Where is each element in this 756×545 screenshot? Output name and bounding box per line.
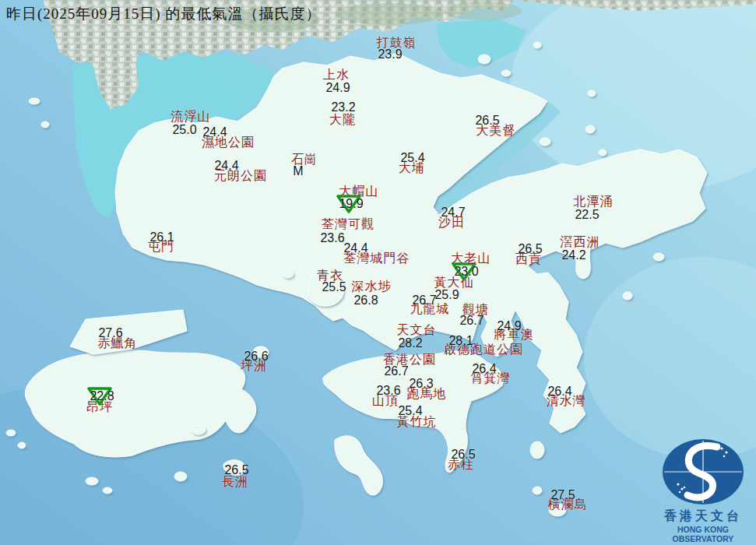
hko-logo-english-name: HONG KONG OBSERVATORY — [651, 525, 755, 543]
station-min-temperature: 26.6 — [244, 350, 268, 363]
station-min-temperature: 24.4 — [343, 242, 367, 255]
station-min-temperature: 26.3 — [409, 378, 433, 390]
station-min-temperature: 26.5 — [224, 464, 248, 476]
station-min-temperature: 26.8 — [353, 294, 378, 307]
station-min-temperature: M — [293, 165, 303, 178]
station-name: 大帽山 — [339, 185, 379, 198]
station-min-temperature: 26.4 — [472, 363, 496, 375]
station-min-temperature: 26.5 — [518, 243, 542, 255]
station-min-temperature: 22.8 — [90, 390, 114, 403]
station-name: 上水 — [323, 69, 350, 81]
station-min-temperature: 24.7 — [441, 206, 465, 219]
station-min-temperature: 23.6 — [376, 385, 400, 397]
station-min-temperature: 24.4 — [214, 160, 238, 172]
station-min-temperature: 23.2 — [331, 101, 355, 114]
station-min-temperature: 26.4 — [547, 385, 571, 398]
station-min-temperature: 28.2 — [398, 337, 422, 350]
station-min-temperature: 27.6 — [98, 327, 122, 339]
map-title: 昨日(2025年09月15日) 的最低氣溫（攝氏度） — [6, 4, 321, 24]
station-min-temperature: 28.1 — [448, 335, 473, 347]
station-name: 大隴 — [329, 114, 356, 126]
station-name: 昂坪 — [86, 401, 113, 413]
station-labels: 打鼓嶺23.9上水24.9大隴23.2大美督26.5流浮山25.0濕地公園24.… — [0, 0, 756, 545]
station-name: 深水埗 — [352, 280, 392, 293]
hko-logo-emblem — [659, 438, 747, 508]
station-min-temperature: 24.4 — [202, 126, 227, 139]
station-min-temperature: 22.5 — [575, 209, 599, 221]
station-name: 荃灣可觀 — [322, 218, 374, 230]
station-name: 滘西洲 — [561, 236, 600, 248]
station-min-temperature: 26.5 — [451, 448, 475, 461]
hko-logo-chinese-name: 香港天文台 — [651, 508, 755, 525]
station-min-temperature: 26.5 — [475, 114, 499, 127]
station-min-temperature: 24.9 — [325, 82, 350, 94]
station-name: 黃大仙 — [434, 276, 474, 289]
station-min-temperature: 24.9 — [497, 320, 521, 332]
station-min-temperature: 19.9 — [339, 198, 363, 210]
station-name: 天文台 — [397, 324, 437, 336]
station-min-temperature: 27.5 — [550, 489, 575, 501]
station-name: 長洲 — [222, 476, 248, 488]
weather-map-page: 昨日(2025年09月15日) 的最低氣溫（攝氏度） 打鼓嶺23.9上水24.9… — [0, 0, 756, 545]
station-min-temperature: 25.4 — [398, 405, 422, 417]
station-min-temperature: 25.0 — [172, 124, 196, 136]
hko-logo: 香港天文台 HONG KONG OBSERVATORY — [651, 438, 755, 543]
station-name: 黃竹坑 — [397, 416, 437, 428]
station-min-temperature: 26.1 — [149, 231, 174, 244]
station-min-temperature: 25.4 — [400, 152, 424, 164]
station-min-temperature: 26.7 — [459, 315, 483, 327]
station-min-temperature: 26.7 — [384, 365, 408, 378]
station-min-temperature: 26.7 — [412, 294, 436, 307]
station-min-temperature: 23.6 — [320, 232, 344, 244]
station-min-temperature: 25.9 — [434, 289, 459, 301]
station-min-temperature: 23.9 — [378, 48, 402, 61]
station-name: 大老山 — [452, 252, 491, 265]
station-name: 流浮山 — [171, 111, 211, 123]
station-name: 北潭涌 — [574, 195, 614, 208]
station-min-temperature: 24.2 — [561, 249, 585, 262]
station-min-temperature: 25.5 — [322, 281, 346, 294]
